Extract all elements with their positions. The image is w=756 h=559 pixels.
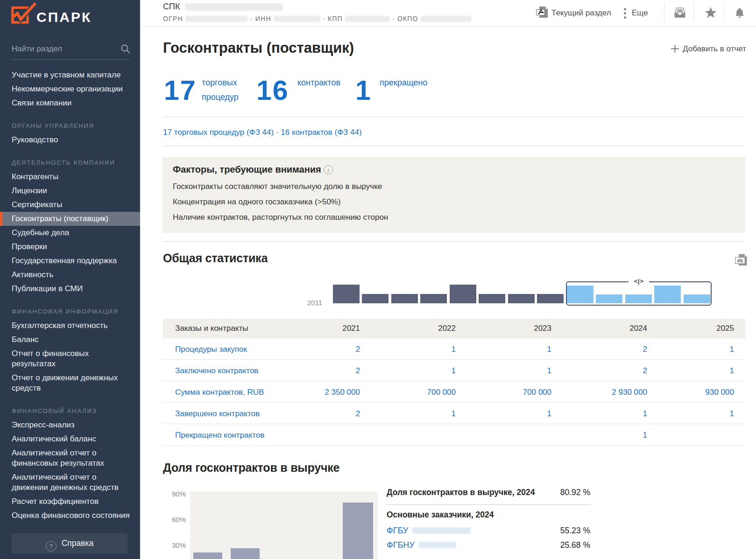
svg-text:xls: xls [737, 258, 743, 263]
